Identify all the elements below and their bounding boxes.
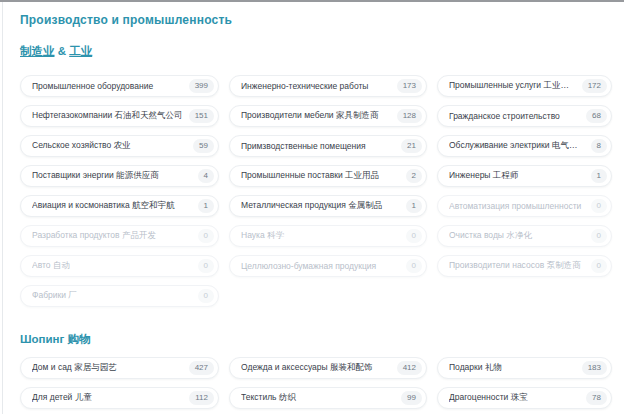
- category-count-badge: 1: [198, 199, 214, 213]
- grid-column: Промышленное оборудование399Нефтегазоком…: [20, 75, 219, 315]
- category-pill[interactable]: Сельское хозяйство 农业59: [20, 135, 219, 157]
- grid-column: Одежда и аксессуары 服装和配饰412Текстиль 纺织9…: [229, 357, 427, 414]
- category-label: Промышленные поставки 工业用品: [241, 170, 385, 182]
- category-label: Фабрики 厂: [32, 290, 83, 302]
- category-count-badge: 151: [189, 109, 214, 123]
- category-label: Наука 科学: [241, 230, 290, 242]
- category-pill[interactable]: Нефтегазокомпании 石油和天然气公司151: [20, 105, 219, 127]
- category-pill[interactable]: Наука 科学0: [229, 225, 427, 247]
- category-label: Дом и сад 家居与园艺: [32, 362, 123, 374]
- category-pill[interactable]: Металлическая продукция 金属制品1: [229, 195, 427, 217]
- category-count-badge: 21: [401, 139, 422, 153]
- category-count-badge: 173: [397, 79, 422, 93]
- category-pill[interactable]: Поставщики энергии 能源供应商4: [20, 165, 219, 187]
- category-pill[interactable]: Промышленное оборудование399: [20, 75, 219, 97]
- category-label: Поставщики энергии 能源供应商: [32, 170, 165, 182]
- category-count-badge: 2: [406, 169, 422, 183]
- category-pill[interactable]: Дом и сад 家居与园艺427: [20, 357, 219, 379]
- category-label: Обслуживание электрики 电气维护: [449, 140, 591, 152]
- category-label: Драгоценности 珠宝: [449, 392, 534, 404]
- page: Производство и промышленность 制造业 & 工业Пр…: [2, 2, 624, 414]
- category-grid-shopping: Дом и сад 家居与园艺427Для детей 儿童112Одежда …: [20, 357, 612, 414]
- category-label: Нефтегазокомпании 石油和天然气公司: [32, 110, 189, 122]
- category-pill[interactable]: Фабрики 厂0: [20, 285, 219, 307]
- category-count-badge: 112: [189, 391, 214, 405]
- category-label: Производители мебели 家具制造商: [241, 110, 384, 122]
- category-label: Гражданское строительство: [449, 111, 566, 121]
- category-label: Промышленное оборудование: [32, 81, 159, 91]
- category-count-badge: 0: [406, 259, 422, 273]
- category-count-badge: 78: [586, 391, 607, 405]
- category-pill[interactable]: Подарки 礼物183: [437, 357, 612, 379]
- category-pill[interactable]: Производители мебели 家具制造商128: [229, 105, 427, 127]
- grid-column: Инженерно-технические работы173Производи…: [229, 75, 427, 285]
- category-pill[interactable]: Целлюлозно-бумажная продукция0: [229, 255, 427, 277]
- heading-text: &: [55, 45, 70, 57]
- category-label: Сельское хозяйство 农业: [32, 140, 137, 152]
- category-count-badge: 412: [397, 361, 422, 375]
- category-count-badge: 8: [591, 139, 607, 153]
- heading-link[interactable]: 制造业: [20, 45, 55, 57]
- category-count-badge: 0: [406, 229, 422, 243]
- category-count-badge: 0: [198, 289, 214, 303]
- category-label: Металлическая продукция 金属制品: [241, 200, 388, 212]
- category-pill[interactable]: Очистка воды 水净化0: [437, 225, 612, 247]
- category-count-badge: 0: [198, 259, 214, 273]
- category-count-badge: 0: [591, 229, 607, 243]
- category-label: Инженерно-технические работы: [241, 81, 374, 91]
- category-label: Инженеры 工程师: [449, 170, 524, 182]
- category-pill[interactable]: Авиация и космонавтика 航空和宇航1: [20, 195, 219, 217]
- category-label: Промышленные услуги 工业服务: [449, 80, 582, 92]
- sections-container: 制造业 & 工业Промышленное оборудование399Нефт…: [20, 45, 612, 414]
- category-label: Одежда и аксессуары 服装和配饰: [241, 362, 378, 374]
- category-count-badge: 0: [591, 199, 607, 213]
- section-heading-shopping: Шопинг 购物: [20, 333, 612, 346]
- category-pill[interactable]: Разработка продуктов 产品开发0: [20, 225, 219, 247]
- category-label: Производители насосов 泵制造商: [449, 260, 587, 272]
- category-count-badge: 399: [189, 79, 214, 93]
- category-pill[interactable]: Для детей 儿童112: [20, 387, 219, 409]
- section-heading-manufacturing: 制造业 & 工业: [20, 45, 612, 58]
- heading-link[interactable]: 工业: [69, 45, 92, 57]
- category-label: Целлюлозно-бумажная продукция: [241, 261, 382, 271]
- category-pill[interactable]: Инженерно-технические работы173: [229, 75, 427, 97]
- category-count-badge: 1: [406, 199, 422, 213]
- category-count-badge: 99: [401, 391, 422, 405]
- category-pill[interactable]: Промышленные услуги 工业服务172: [437, 75, 612, 97]
- category-count-badge: 0: [198, 229, 214, 243]
- category-pill[interactable]: Инженеры 工程师1: [437, 165, 612, 187]
- category-label: Для детей 儿童: [32, 392, 98, 404]
- category-pill[interactable]: Одежда и аксессуары 服装和配饰412: [229, 357, 427, 379]
- category-pill[interactable]: Промышленные поставки 工业用品2: [229, 165, 427, 187]
- category-count-badge: 68: [586, 109, 607, 123]
- category-count-badge: 128: [397, 109, 422, 123]
- category-count-badge: 4: [198, 169, 214, 183]
- category-label: Очистка воды 水净化: [449, 230, 538, 242]
- grid-column: Дом и сад 家居与园艺427Для детей 儿童112: [20, 357, 219, 414]
- category-pill[interactable]: Производители насосов 泵制造商0: [437, 255, 612, 277]
- category-label: Примзводственные помещения: [241, 141, 372, 151]
- category-count-badge: 59: [193, 139, 214, 153]
- category-label: Автоматизация промышленности: [449, 201, 587, 211]
- category-grid-manufacturing: Промышленное оборудование399Нефтегазоком…: [20, 75, 612, 315]
- grid-column: Промышленные услуги 工业服务172Гражданское с…: [437, 75, 612, 285]
- category-label: Подарки 礼物: [449, 362, 508, 374]
- category-count-badge: 172: [582, 79, 607, 93]
- category-pill[interactable]: Гражданское строительство68: [437, 105, 612, 127]
- category-count-badge: 0: [591, 259, 607, 273]
- category-count-badge: 183: [582, 361, 607, 375]
- category-count-badge: 427: [189, 361, 214, 375]
- heading-text: Шопинг 购物: [20, 333, 91, 345]
- category-label: Текстиль 纺织: [241, 392, 302, 404]
- category-pill[interactable]: Текстиль 纺织99: [229, 387, 427, 409]
- grid-column: Подарки 礼物183Драгоценности 珠宝78: [437, 357, 612, 414]
- category-label: Авиация и космонавтика 航空和宇航: [32, 200, 181, 212]
- category-pill[interactable]: Авто 自动0: [20, 255, 219, 277]
- category-pill[interactable]: Автоматизация промышленности0: [437, 195, 612, 217]
- category-label: Разработка продуктов 产品开发: [32, 230, 162, 242]
- category-pill[interactable]: Драгоценности 珠宝78: [437, 387, 612, 409]
- category-label: Авто 自动: [32, 260, 76, 272]
- page-title: Производство и промышленность: [20, 14, 612, 27]
- category-pill[interactable]: Обслуживание электрики 电气维护8: [437, 135, 612, 157]
- category-pill[interactable]: Примзводственные помещения21: [229, 135, 427, 157]
